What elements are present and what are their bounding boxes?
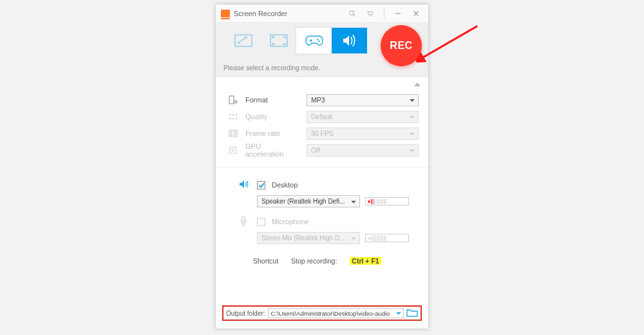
- shortcut-label: Shortcut: [253, 257, 278, 265]
- framerate-label: Frame rate: [245, 129, 300, 137]
- record-button-label: REC: [390, 40, 412, 52]
- microphone-subrow: Stereo Mix (Realtek High D...: [257, 232, 409, 244]
- svg-point-12: [316, 39, 317, 40]
- chevron-down-icon: [410, 113, 415, 120]
- svg-point-29: [232, 149, 234, 151]
- svg-line-1: [354, 14, 355, 16]
- svg-point-16: [235, 101, 236, 102]
- chevron-down-icon: [351, 235, 356, 242]
- svg-point-19: [236, 114, 238, 116]
- desktop-audio-meter: [365, 197, 409, 206]
- divider: [216, 168, 428, 168]
- gpu-row: GPU acceleration Off: [227, 142, 419, 158]
- chevron-down-icon: [410, 129, 415, 137]
- output-folder-select[interactable]: C:\Users\Administrator\Desktop\video-aud…: [268, 308, 404, 318]
- speaker-icon: [239, 180, 251, 190]
- app-logo-icon: [221, 10, 230, 17]
- cart-icon[interactable]: [363, 6, 377, 21]
- framerate-icon: [227, 129, 239, 137]
- desktop-audio-row: Desktop: [239, 177, 409, 193]
- mode-region-tab[interactable]: [225, 28, 261, 53]
- mode-game-tab[interactable]: [296, 28, 332, 53]
- svg-line-8: [239, 37, 246, 43]
- gpu-label: GPU acceleration: [245, 142, 300, 158]
- mode-fullscreen-tab[interactable]: [261, 28, 296, 53]
- svg-rect-7: [235, 35, 252, 46]
- svg-point-21: [232, 118, 234, 120]
- chevron-down-icon: [351, 198, 356, 205]
- desktop-audio-label: Desktop: [272, 181, 298, 189]
- svg-point-22: [236, 118, 238, 120]
- microphone-icon: [239, 216, 251, 227]
- svg-point-2: [369, 15, 370, 16]
- stop-recording-label: Stop recording:: [291, 257, 337, 265]
- svg-rect-30: [242, 216, 245, 222]
- output-folder-label: Output folder:: [226, 310, 265, 317]
- desktop-device-select[interactable]: Speaker (Realtek High Defi...: [257, 195, 360, 207]
- svg-rect-28: [230, 147, 236, 153]
- output-folder-row: Output folder: C:\Users\Administrator\De…: [222, 305, 422, 321]
- quality-label: Quality: [245, 113, 300, 120]
- settings-panel: Format MP3 Quality Default Frame rate 30…: [216, 77, 428, 275]
- desktop-audio-subrow: Speaker (Realtek High Defi...: [257, 195, 409, 207]
- titlebar: Screen Recorder: [216, 5, 428, 23]
- quality-select: Default: [307, 111, 419, 123]
- chevron-down-icon: [410, 146, 415, 154]
- quality-row: Quality Default: [227, 108, 419, 125]
- chevron-down-icon: [396, 310, 401, 317]
- svg-point-18: [232, 114, 234, 116]
- format-row: Format MP3: [227, 91, 419, 108]
- microphone-device-select: Stereo Mix (Realtek High D...: [257, 232, 360, 244]
- svg-point-0: [350, 10, 354, 14]
- microphone-row: Microphone: [239, 214, 409, 229]
- svg-point-17: [229, 114, 231, 116]
- svg-line-31: [421, 26, 477, 59]
- microphone-label: Microphone: [272, 218, 308, 225]
- audio-panel: Desktop Speaker (Realtek High Defi...: [227, 177, 419, 244]
- gpu-select: Off: [307, 144, 419, 157]
- format-label: Format: [245, 96, 300, 104]
- format-icon: [227, 95, 239, 104]
- shortcut-row: Shortcut Stop recording: Ctrl + F1: [227, 251, 419, 269]
- microphone-meter: [365, 234, 409, 242]
- mode-audio-tab[interactable]: [332, 28, 367, 53]
- stop-recording-hotkey: Ctrl + F1: [350, 257, 381, 265]
- search-icon[interactable]: [345, 6, 359, 21]
- format-select[interactable]: MP3: [307, 94, 419, 106]
- svg-point-3: [371, 15, 372, 16]
- svg-rect-14: [229, 96, 234, 104]
- desktop-audio-checkbox[interactable]: [257, 181, 265, 189]
- gpu-icon: [227, 146, 239, 155]
- app-title: Screen Recorder: [234, 10, 287, 17]
- close-button[interactable]: [409, 6, 423, 21]
- collapse-caret-up-icon[interactable]: [414, 80, 421, 88]
- quality-icon: [227, 113, 239, 120]
- svg-point-20: [229, 118, 231, 120]
- chevron-down-icon: [410, 96, 415, 104]
- screen-recorder-window: Screen Recorder REC Pl: [216, 5, 428, 329]
- browse-folder-button[interactable]: [406, 308, 418, 318]
- microphone-checkbox[interactable]: [257, 218, 265, 226]
- hint-text: Please select a recording mode.: [223, 64, 320, 72]
- minimize-button[interactable]: [391, 6, 405, 21]
- framerate-row: Frame rate 30 FPS: [227, 125, 419, 142]
- svg-rect-23: [229, 130, 237, 137]
- framerate-select: 30 FPS: [307, 128, 419, 140]
- svg-point-13: [318, 40, 319, 41]
